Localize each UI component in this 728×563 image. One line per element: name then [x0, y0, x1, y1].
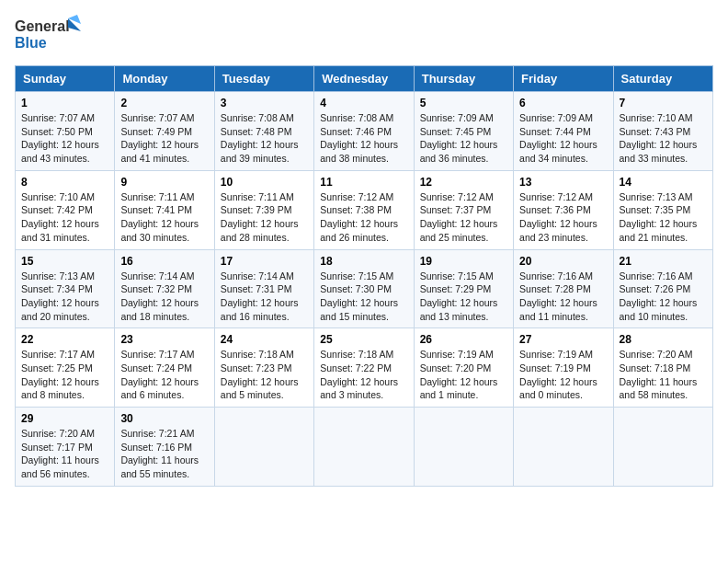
day-info: Sunrise: 7:17 AM Sunset: 7:24 PM Dayligh…: [120, 348, 208, 402]
day-info: Sunrise: 7:20 AM Sunset: 7:17 PM Dayligh…: [21, 427, 108, 481]
weekday-header-tuesday: Tuesday: [214, 66, 313, 92]
calendar-cell: 20Sunrise: 7:16 AM Sunset: 7:28 PM Dayli…: [514, 249, 613, 328]
calendar-week-row: 8Sunrise: 7:10 AM Sunset: 7:42 PM Daylig…: [16, 170, 713, 249]
calendar-cell: 21Sunrise: 7:16 AM Sunset: 7:26 PM Dayli…: [613, 249, 712, 328]
calendar-cell: 24Sunrise: 7:18 AM Sunset: 7:23 PM Dayli…: [214, 328, 313, 408]
day-info: Sunrise: 7:13 AM Sunset: 7:35 PM Dayligh…: [620, 190, 707, 245]
day-info: Sunrise: 7:14 AM Sunset: 7:32 PM Dayligh…: [120, 270, 208, 324]
day-info: Sunrise: 7:16 AM Sunset: 7:26 PM Dayligh…: [620, 270, 707, 324]
calendar-cell: 11Sunrise: 7:12 AM Sunset: 7:38 PM Dayli…: [314, 170, 414, 249]
day-info: Sunrise: 7:15 AM Sunset: 7:29 PM Dayligh…: [420, 270, 507, 324]
day-info: Sunrise: 7:07 AM Sunset: 7:50 PM Dayligh…: [21, 111, 108, 166]
calendar-cell: 12Sunrise: 7:12 AM Sunset: 7:37 PM Dayli…: [414, 170, 513, 249]
calendar-cell: [613, 408, 712, 487]
calendar-cell: 30Sunrise: 7:21 AM Sunset: 7:16 PM Dayli…: [115, 408, 214, 487]
day-number: 2: [120, 97, 208, 109]
day-info: Sunrise: 7:15 AM Sunset: 7:30 PM Dayligh…: [320, 270, 407, 324]
day-number: 23: [120, 333, 208, 346]
day-number: 14: [620, 176, 707, 189]
calendar-cell: 10Sunrise: 7:11 AM Sunset: 7:39 PM Dayli…: [214, 170, 313, 249]
day-number: 27: [519, 333, 607, 346]
day-info: Sunrise: 7:11 AM Sunset: 7:39 PM Dayligh…: [221, 190, 308, 245]
calendar-cell: 5Sunrise: 7:09 AM Sunset: 7:45 PM Daylig…: [414, 92, 513, 171]
calendar-cell: 4Sunrise: 7:08 AM Sunset: 7:46 PM Daylig…: [314, 92, 414, 171]
day-info: Sunrise: 7:20 AM Sunset: 7:18 PM Dayligh…: [620, 348, 707, 402]
calendar-cell: 17Sunrise: 7:14 AM Sunset: 7:31 PM Dayli…: [214, 249, 313, 328]
day-number: 5: [420, 97, 507, 109]
weekday-header-sunday: Sunday: [16, 66, 115, 92]
day-info: Sunrise: 7:09 AM Sunset: 7:44 PM Dayligh…: [519, 111, 607, 166]
calendar-cell: [514, 408, 613, 487]
calendar-cell: 15Sunrise: 7:13 AM Sunset: 7:34 PM Dayli…: [16, 249, 115, 328]
day-info: Sunrise: 7:12 AM Sunset: 7:36 PM Dayligh…: [519, 190, 607, 245]
day-info: Sunrise: 7:14 AM Sunset: 7:31 PM Dayligh…: [221, 270, 308, 324]
calendar-cell: 26Sunrise: 7:19 AM Sunset: 7:20 PM Dayli…: [414, 328, 513, 408]
day-number: 21: [620, 255, 707, 268]
day-info: Sunrise: 7:08 AM Sunset: 7:48 PM Dayligh…: [221, 111, 308, 166]
weekday-header-monday: Monday: [115, 66, 214, 92]
calendar-cell: 27Sunrise: 7:19 AM Sunset: 7:19 PM Dayli…: [514, 328, 613, 408]
day-info: Sunrise: 7:18 AM Sunset: 7:22 PM Dayligh…: [320, 348, 407, 402]
svg-text:Blue: Blue: [15, 35, 47, 51]
calendar-cell: 22Sunrise: 7:17 AM Sunset: 7:25 PM Dayli…: [16, 328, 115, 408]
day-number: 28: [620, 333, 707, 346]
day-number: 8: [21, 176, 108, 189]
day-info: Sunrise: 7:12 AM Sunset: 7:37 PM Dayligh…: [420, 190, 507, 245]
logo: GeneralBlue: [15, 15, 88, 56]
day-number: 29: [21, 412, 108, 425]
calendar-week-row: 1Sunrise: 7:07 AM Sunset: 7:50 PM Daylig…: [16, 92, 713, 171]
weekday-header-friday: Friday: [514, 66, 613, 92]
day-info: Sunrise: 7:08 AM Sunset: 7:46 PM Dayligh…: [320, 111, 407, 166]
day-number: 10: [221, 176, 308, 189]
day-info: Sunrise: 7:10 AM Sunset: 7:42 PM Dayligh…: [21, 190, 108, 245]
calendar-cell: 14Sunrise: 7:13 AM Sunset: 7:35 PM Dayli…: [613, 170, 712, 249]
day-number: 7: [620, 97, 707, 109]
day-number: 11: [320, 176, 407, 189]
day-info: Sunrise: 7:09 AM Sunset: 7:45 PM Dayligh…: [420, 111, 507, 166]
day-number: 13: [519, 176, 607, 189]
day-number: 24: [221, 333, 308, 346]
day-number: 16: [120, 255, 208, 268]
calendar-cell: [414, 408, 513, 487]
day-info: Sunrise: 7:10 AM Sunset: 7:43 PM Dayligh…: [620, 111, 707, 166]
calendar-cell: 16Sunrise: 7:14 AM Sunset: 7:32 PM Dayli…: [115, 249, 214, 328]
day-info: Sunrise: 7:13 AM Sunset: 7:34 PM Dayligh…: [21, 270, 108, 324]
calendar-cell: 18Sunrise: 7:15 AM Sunset: 7:30 PM Dayli…: [314, 249, 414, 328]
calendar-cell: 28Sunrise: 7:20 AM Sunset: 7:18 PM Dayli…: [613, 328, 712, 408]
calendar-cell: 1Sunrise: 7:07 AM Sunset: 7:50 PM Daylig…: [16, 92, 115, 171]
day-number: 20: [519, 255, 607, 268]
logo-icon: GeneralBlue: [15, 15, 88, 56]
day-info: Sunrise: 7:17 AM Sunset: 7:25 PM Dayligh…: [21, 348, 108, 402]
calendar-cell: [214, 408, 313, 487]
calendar-cell: 13Sunrise: 7:12 AM Sunset: 7:36 PM Dayli…: [514, 170, 613, 249]
calendar-week-row: 22Sunrise: 7:17 AM Sunset: 7:25 PM Dayli…: [16, 328, 713, 408]
weekday-header-wednesday: Wednesday: [314, 66, 414, 92]
day-number: 19: [420, 255, 507, 268]
day-info: Sunrise: 7:19 AM Sunset: 7:20 PM Dayligh…: [420, 348, 507, 402]
day-number: 3: [221, 97, 308, 109]
day-info: Sunrise: 7:21 AM Sunset: 7:16 PM Dayligh…: [120, 427, 208, 481]
day-info: Sunrise: 7:11 AM Sunset: 7:41 PM Dayligh…: [120, 190, 208, 245]
calendar-cell: 7Sunrise: 7:10 AM Sunset: 7:43 PM Daylig…: [613, 92, 712, 171]
day-number: 18: [320, 255, 407, 268]
day-info: Sunrise: 7:07 AM Sunset: 7:49 PM Dayligh…: [120, 111, 208, 166]
calendar-cell: 8Sunrise: 7:10 AM Sunset: 7:42 PM Daylig…: [16, 170, 115, 249]
day-number: 25: [320, 333, 407, 346]
calendar-cell: 6Sunrise: 7:09 AM Sunset: 7:44 PM Daylig…: [514, 92, 613, 171]
day-info: Sunrise: 7:12 AM Sunset: 7:38 PM Dayligh…: [320, 190, 407, 245]
calendar-cell: 2Sunrise: 7:07 AM Sunset: 7:49 PM Daylig…: [115, 92, 214, 171]
day-number: 22: [21, 333, 108, 346]
day-number: 1: [21, 97, 108, 109]
weekday-header-thursday: Thursday: [414, 66, 513, 92]
day-number: 17: [221, 255, 308, 268]
calendar-cell: 29Sunrise: 7:20 AM Sunset: 7:17 PM Dayli…: [16, 408, 115, 487]
day-info: Sunrise: 7:16 AM Sunset: 7:28 PM Dayligh…: [519, 270, 607, 324]
header: GeneralBlue: [15, 15, 713, 56]
day-number: 12: [420, 176, 507, 189]
calendar-week-row: 29Sunrise: 7:20 AM Sunset: 7:17 PM Dayli…: [16, 408, 713, 487]
calendar-cell: 25Sunrise: 7:18 AM Sunset: 7:22 PM Dayli…: [314, 328, 414, 408]
day-number: 26: [420, 333, 507, 346]
day-number: 30: [120, 412, 208, 425]
calendar-cell: 9Sunrise: 7:11 AM Sunset: 7:41 PM Daylig…: [115, 170, 214, 249]
calendar-cell: 19Sunrise: 7:15 AM Sunset: 7:29 PM Dayli…: [414, 249, 513, 328]
